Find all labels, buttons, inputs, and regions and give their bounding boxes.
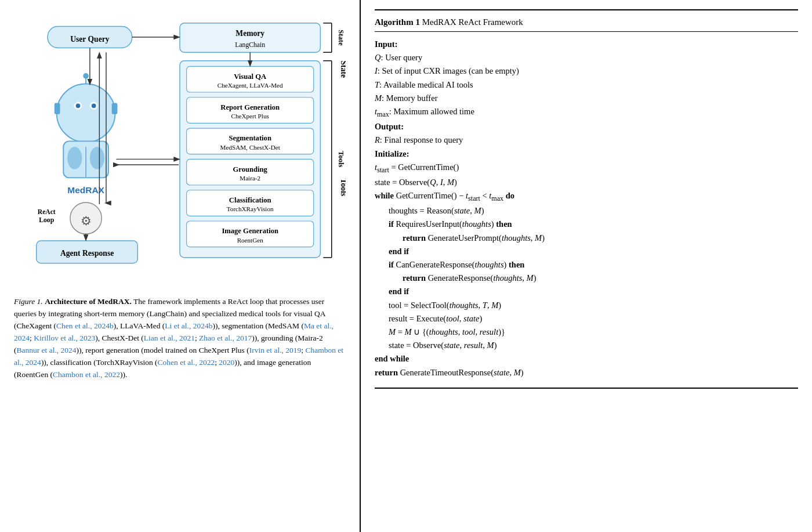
segmentation-label: Segmentation [229,134,271,142]
classification-label: Classification [229,196,271,204]
init-label: Initialize: [375,149,409,158]
robot-lung-left [67,147,82,169]
input-i: I: Set of input CXR images (can be empty… [375,66,519,75]
robot-ear-left [55,103,60,114]
react-loop-icon: ⚙ [81,214,92,228]
grounding-label: Grounding [233,165,268,173]
return-final-line: return GenerateTimeoutResponse(state, M) [375,368,524,377]
input-tmax: tmax: Maximum allowed time [375,107,474,116]
robot-ear-right [112,103,118,114]
visual-qa-subtitle: CheXagent, LLaVA-Med [217,82,283,89]
return2-line: return GenerateResponse(thoughts, M) [375,273,536,283]
algorithm-panel: Algorithm 1 MedRAX ReAct Framework Input… [360,0,812,532]
observe-line: state = Observe(state, result, M) [375,341,496,350]
react-loop-label: ReAct [38,208,56,216]
init-tstart: tstart = GetCurrentTime() [375,162,459,172]
input-m: M: Memory buffer [375,93,437,103]
report-gen-subtitle: CheXpert Plus [231,113,269,120]
grounding-subtitle: Maira-2 [240,175,260,182]
endif2-line: end if [375,287,409,296]
caption-text: The framework implements a ReAct loop th… [14,297,343,379]
input-label: Input: [375,39,398,49]
memory-subtitle: LangChain [235,41,265,49]
segmentation-subtitle: MedSAM, ChestX-Det [220,144,281,151]
return1-line: return GenerateUserPrompt(thoughts, M) [375,233,545,243]
classification-subtitle: TorchXRayVision [227,205,274,212]
algorithm-box: Algorithm 1 MedRAX ReAct Framework Input… [375,9,798,389]
while-line: while GetCurrentTime() − tstart < tmax d… [375,191,514,200]
thoughts-line: thoughts = Reason(state, M) [375,206,484,215]
robot-antenna-ball [83,73,89,79]
if1-line: if RequiresUserInput(thoughts) then [375,219,512,229]
react-loop-label2: Loop [39,216,54,224]
result-line: result = Execute(tool, state) [375,314,482,323]
agent-response-label: Agent Response [60,249,114,258]
m-update-line: M = M ∪ {(thoughts, tool, result)} [375,327,505,336]
output-label: Output: [375,122,404,131]
if2-line: if CanGenerateResponse(thoughts) then [375,260,524,269]
state-label: State [339,61,346,78]
tools-label: Tools [339,179,346,196]
figure-label: Figure 1. [14,297,43,306]
robot-lung-right [90,147,104,169]
input-t: T: Available medical AI tools [375,80,473,89]
figure-caption: Figure 1. Architecture of MedRAX. The fr… [14,296,346,381]
endif1-line: end if [375,247,409,256]
algo-label: Algorithm 1 [375,17,420,27]
image-gen-subtitle: RoentGen [237,237,264,244]
tools-bracket-label: Tools [337,151,345,167]
tool-line: tool = SelectTool(thoughts, T, M) [375,301,501,310]
user-query-label: User Query [70,35,109,44]
memory-label: Memory [235,29,264,38]
report-gen-label: Report Generation [220,103,280,111]
image-gen-label: Image Generation [222,227,278,235]
state-bracket-label: State [337,30,345,46]
while-section: while GetCurrentTime() − tstart < tmax d… [375,189,798,379]
input-section: Input: Q: User query I: Set of input CXR… [375,38,798,120]
input-q: Q: User query [375,53,422,62]
algo-title: Algorithm 1 MedRAX ReAct Framework [375,15,798,32]
algo-subtitle: MedRAX ReAct Framework [422,17,523,27]
architecture-diagram: State Tools User Query Memory LangChain … [14,12,346,284]
robot-pupil-left [76,103,81,108]
visual-qa-label: Visual QA [234,73,266,81]
robot-pupil-right [92,103,96,108]
output-r: R: Final response to query [375,135,463,144]
end-while-line: end while [375,354,409,363]
init-state: state = Observe(Q, I, M) [375,178,457,187]
caption-bold: Architecture of MedRAX. [45,297,132,306]
output-section: Output: R: Final response to query [375,120,798,147]
init-section: Initialize: tstart = GetCurrentTime() st… [375,147,798,190]
